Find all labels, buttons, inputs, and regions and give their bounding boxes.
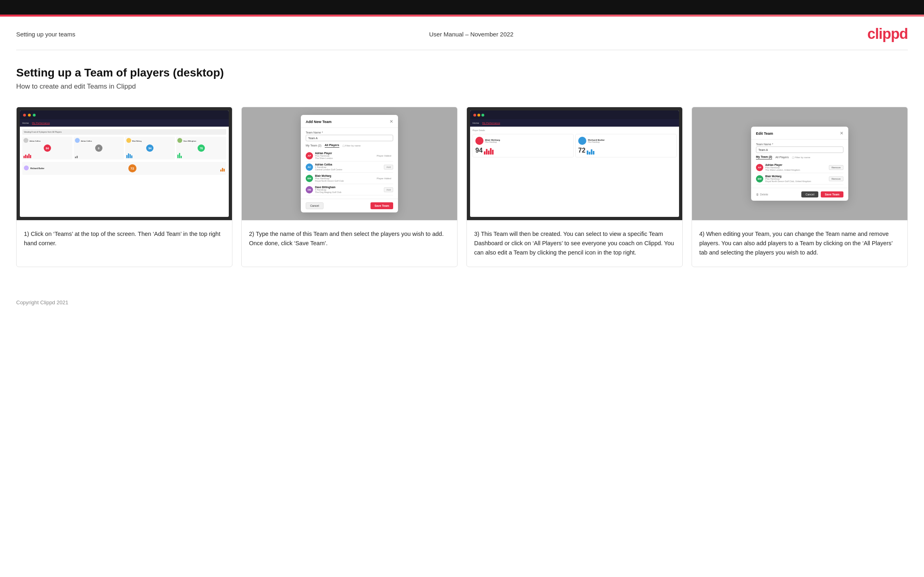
name-2: Adrian Collins [81, 140, 92, 142]
bar [589, 152, 590, 155]
ss3-avatar-a [475, 137, 483, 145]
bar [593, 151, 594, 155]
bar [181, 156, 182, 158]
dot-yellow-3 [477, 114, 480, 117]
bars-4 [177, 153, 225, 158]
avatar-bm: BM [306, 175, 313, 182]
cancel-button[interactable]: Cancel [306, 202, 324, 209]
ss3-club-a: Plus Handicap [485, 141, 500, 143]
edit-player-row-1-left: AP Adrian Player Plus HandicapThe Shire … [756, 163, 800, 171]
player-mini-card-4: Dave Billinghom 78 [176, 137, 226, 159]
dot-red-3 [473, 114, 476, 117]
avatar-3 [126, 138, 131, 143]
player-info-4: Dave Billingham 5 HandicapThe Dog Maging… [315, 186, 341, 193]
ss3-content: Player Details Blair McHarg Plus Handica… [470, 127, 679, 160]
card-1-screenshot: Home My Performance Viewing 8 out of 8 p… [17, 107, 232, 221]
bar [220, 170, 221, 172]
edit-save-team-button[interactable]: Save Team [821, 191, 843, 197]
bars-3 [126, 153, 174, 158]
bar [27, 155, 28, 158]
player-row-1: AP Adrian Player Plus HandicapThe Shire … [306, 150, 393, 161]
delete-team-button[interactable]: 🗑 Delete [756, 193, 768, 196]
ss3-info-b: Richard Butler Plus Handicap [588, 139, 605, 143]
name-4: Dave Billinghom [183, 140, 196, 142]
screenshot-4-bg: Edit Team ✕ Team Name * Team A My Team (… [692, 107, 907, 220]
player-list: AP Adrian Player Plus HandicapThe Shire … [306, 150, 393, 195]
bar [30, 155, 31, 158]
player-row-4: DB Dave Billingham 5 HandicapThe Dog Mag… [306, 184, 393, 195]
bar [25, 155, 26, 158]
page-subtitle: How to create and edit Teams in Clippd [16, 83, 908, 91]
avatar-2 [75, 138, 80, 143]
clippd-logo: clippd [867, 25, 908, 42]
tab-all-players[interactable]: All Players [325, 144, 339, 148]
card-3: Home My Performance Player Details [466, 107, 683, 267]
tab-my-team[interactable]: My Team (2) [306, 144, 321, 148]
edit-modal-close-icon[interactable]: ✕ [840, 131, 843, 136]
ss3-score-a: 94 [475, 147, 483, 154]
player-2-action[interactable]: Add [384, 165, 393, 170]
edit-player-info-2: Blair McHarg Plus HandicapRoyal North De… [765, 175, 811, 182]
bars-1 [23, 153, 71, 158]
bar [591, 149, 592, 155]
edit-team-name-label: Team Name * [756, 143, 843, 146]
header-manual-title: User Manual – November 2022 [429, 31, 513, 38]
ss1-filter-bar: Viewing 8 out of 8 players from All Play… [22, 129, 226, 135]
footer: Copyright Clippd 2021 [0, 295, 924, 314]
avatar-bottom [24, 165, 29, 170]
dot-yellow [28, 114, 31, 117]
card-1-text: 1) Click on ‘Teams’ at the top of the sc… [17, 221, 232, 267]
player-club-1: Plus HandicapThe Shire London [315, 155, 333, 159]
bar [486, 149, 488, 155]
score-2: 0 [95, 144, 102, 152]
edit-filter-label: Filter by name [795, 156, 810, 159]
card-4-text: 4) When editing your Team, you can chang… [692, 221, 907, 267]
player-info-3: Blair McHarg Plus HandicapRoyal North De… [315, 174, 344, 182]
card-1: Home My Performance Viewing 8 out of 8 p… [16, 107, 232, 267]
bottom-player-card: Richard Butler 72 [22, 162, 226, 175]
add-new-team-modal: Add New Team ✕ Team Name * Team A My Tea… [301, 115, 398, 212]
ss3-card-a: Blair McHarg Plus Handicap 94 [473, 134, 574, 157]
header: Setting up your teams User Manual – Nove… [0, 17, 924, 50]
bar [587, 151, 588, 155]
modal-close-icon[interactable]: ✕ [390, 119, 393, 124]
card-2-text: 2) Type the name of this Team and then s… [242, 221, 457, 267]
remove-player-1-button[interactable]: Remove [829, 165, 843, 170]
player-club-2: 1 HandicapCentral London Golf Centre [315, 166, 342, 171]
card-2-screenshot: Add New Team ✕ Team Name * Team A My Tea… [242, 107, 457, 221]
modal-title: Add New Team [306, 120, 332, 124]
player-row-2: AC Adrian Coliba 1 HandicapCentral Londo… [306, 161, 393, 173]
remove-player-2-button[interactable]: Remove [829, 176, 843, 181]
bar [128, 153, 129, 158]
copyright-text: Copyright Clippd 2021 [16, 299, 68, 305]
avatar-1 [23, 138, 28, 143]
screenshot-3-inner: Home My Performance Player Details [470, 110, 679, 217]
save-team-button[interactable]: Save Team [370, 202, 393, 209]
player-4-action[interactable]: Add [384, 187, 393, 192]
score-bottom: 72 [128, 164, 136, 172]
edit-team-name-input[interactable]: Team A [756, 146, 843, 153]
team-name-label: Team Name * [306, 131, 393, 134]
score-4: 78 [198, 144, 205, 152]
edit-avatar-bm: BM [756, 175, 763, 182]
edit-modal-footer: 🗑 Delete Cancel Save Team [751, 188, 848, 201]
card-4-screenshot: Edit Team ✕ Team Name * Team A My Team (… [692, 107, 907, 221]
ss3-bars-a [484, 146, 494, 155]
edit-tab-my-team[interactable]: My Team (2) [756, 155, 772, 159]
ss3-name-a: Blair McHarg [485, 139, 500, 141]
name-3: Blair Mcfarg [132, 140, 142, 142]
edit-team-modal: Edit Team ✕ Team Name * Team A My Team (… [751, 127, 848, 201]
team-name-input[interactable]: Team A [306, 135, 393, 141]
player-club-4: 5 HandicapThe Dog Maging Golf Club [315, 189, 341, 193]
bar [75, 157, 76, 158]
player-mini-card-3: Blair Mcfarg 94 [125, 137, 175, 159]
card-3-screenshot: Home My Performance Player Details [467, 107, 682, 221]
edit-tab-all-players[interactable]: All Players [775, 156, 789, 159]
ss3-avatar-b [578, 137, 586, 145]
delete-label: Delete [760, 193, 768, 196]
nav-performance-3: My Performance [482, 122, 500, 125]
bar [490, 148, 492, 155]
avatar-ac: AC [306, 163, 313, 171]
edit-cancel-button[interactable]: Cancel [801, 191, 818, 197]
modal-tabs: My Team (2) All Players ☐ Filter by name [306, 144, 393, 148]
